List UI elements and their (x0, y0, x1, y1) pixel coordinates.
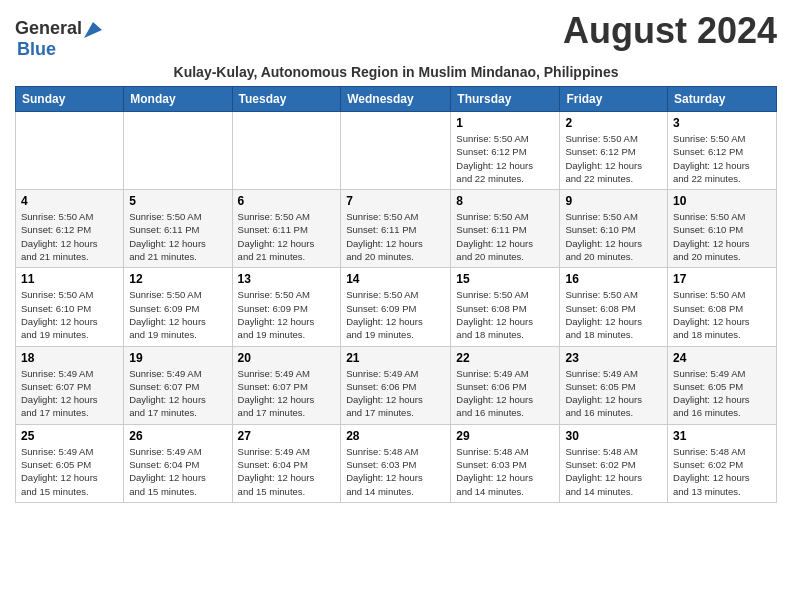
day-detail: Sunrise: 5:50 AM Sunset: 6:12 PM Dayligh… (565, 132, 662, 185)
day-cell: 6Sunrise: 5:50 AM Sunset: 6:11 PM Daylig… (232, 190, 341, 268)
day-detail: Sunrise: 5:50 AM Sunset: 6:12 PM Dayligh… (673, 132, 771, 185)
column-header-saturday: Saturday (668, 87, 777, 112)
day-detail: Sunrise: 5:50 AM Sunset: 6:10 PM Dayligh… (673, 210, 771, 263)
day-detail: Sunrise: 5:50 AM Sunset: 6:08 PM Dayligh… (565, 288, 662, 341)
day-number: 28 (346, 429, 445, 443)
day-cell: 24Sunrise: 5:49 AM Sunset: 6:05 PM Dayli… (668, 346, 777, 424)
day-number: 21 (346, 351, 445, 365)
column-header-thursday: Thursday (451, 87, 560, 112)
day-number: 5 (129, 194, 226, 208)
day-cell: 29Sunrise: 5:48 AM Sunset: 6:03 PM Dayli… (451, 424, 560, 502)
day-number: 19 (129, 351, 226, 365)
day-cell: 2Sunrise: 5:50 AM Sunset: 6:12 PM Daylig… (560, 112, 668, 190)
day-detail: Sunrise: 5:48 AM Sunset: 6:03 PM Dayligh… (456, 445, 554, 498)
day-cell (232, 112, 341, 190)
day-cell: 22Sunrise: 5:49 AM Sunset: 6:06 PM Dayli… (451, 346, 560, 424)
day-number: 26 (129, 429, 226, 443)
day-cell: 4Sunrise: 5:50 AM Sunset: 6:12 PM Daylig… (16, 190, 124, 268)
day-cell: 30Sunrise: 5:48 AM Sunset: 6:02 PM Dayli… (560, 424, 668, 502)
week-row-5: 25Sunrise: 5:49 AM Sunset: 6:05 PM Dayli… (16, 424, 777, 502)
day-number: 9 (565, 194, 662, 208)
week-row-1: 1Sunrise: 5:50 AM Sunset: 6:12 PM Daylig… (16, 112, 777, 190)
day-cell (124, 112, 232, 190)
day-cell: 26Sunrise: 5:49 AM Sunset: 6:04 PM Dayli… (124, 424, 232, 502)
day-number: 24 (673, 351, 771, 365)
day-cell: 21Sunrise: 5:49 AM Sunset: 6:06 PM Dayli… (341, 346, 451, 424)
day-cell: 13Sunrise: 5:50 AM Sunset: 6:09 PM Dayli… (232, 268, 341, 346)
day-cell (341, 112, 451, 190)
day-cell (16, 112, 124, 190)
day-number: 7 (346, 194, 445, 208)
day-cell: 8Sunrise: 5:50 AM Sunset: 6:11 PM Daylig… (451, 190, 560, 268)
day-number: 4 (21, 194, 118, 208)
subtitle: Kulay-Kulay, Autonomous Region in Muslim… (15, 64, 777, 80)
day-cell: 18Sunrise: 5:49 AM Sunset: 6:07 PM Dayli… (16, 346, 124, 424)
day-detail: Sunrise: 5:49 AM Sunset: 6:04 PM Dayligh… (129, 445, 226, 498)
week-row-4: 18Sunrise: 5:49 AM Sunset: 6:07 PM Dayli… (16, 346, 777, 424)
day-number: 2 (565, 116, 662, 130)
week-row-3: 11Sunrise: 5:50 AM Sunset: 6:10 PM Dayli… (16, 268, 777, 346)
day-cell: 3Sunrise: 5:50 AM Sunset: 6:12 PM Daylig… (668, 112, 777, 190)
day-detail: Sunrise: 5:48 AM Sunset: 6:02 PM Dayligh… (673, 445, 771, 498)
day-detail: Sunrise: 5:49 AM Sunset: 6:06 PM Dayligh… (456, 367, 554, 420)
day-cell: 19Sunrise: 5:49 AM Sunset: 6:07 PM Dayli… (124, 346, 232, 424)
day-detail: Sunrise: 5:49 AM Sunset: 6:07 PM Dayligh… (129, 367, 226, 420)
day-number: 20 (238, 351, 336, 365)
day-detail: Sunrise: 5:50 AM Sunset: 6:11 PM Dayligh… (346, 210, 445, 263)
day-number: 18 (21, 351, 118, 365)
day-detail: Sunrise: 5:49 AM Sunset: 6:05 PM Dayligh… (565, 367, 662, 420)
day-detail: Sunrise: 5:49 AM Sunset: 6:04 PM Dayligh… (238, 445, 336, 498)
day-number: 10 (673, 194, 771, 208)
day-detail: Sunrise: 5:49 AM Sunset: 6:05 PM Dayligh… (21, 445, 118, 498)
column-header-tuesday: Tuesday (232, 87, 341, 112)
logo-bird-icon (84, 22, 102, 38)
day-detail: Sunrise: 5:50 AM Sunset: 6:11 PM Dayligh… (456, 210, 554, 263)
day-cell: 1Sunrise: 5:50 AM Sunset: 6:12 PM Daylig… (451, 112, 560, 190)
day-cell: 20Sunrise: 5:49 AM Sunset: 6:07 PM Dayli… (232, 346, 341, 424)
logo-blue-text: Blue (17, 39, 56, 59)
day-detail: Sunrise: 5:50 AM Sunset: 6:11 PM Dayligh… (238, 210, 336, 263)
day-number: 1 (456, 116, 554, 130)
logo: General Blue (15, 18, 102, 60)
logo-general-text: General (15, 18, 82, 39)
day-number: 22 (456, 351, 554, 365)
day-number: 3 (673, 116, 771, 130)
day-number: 17 (673, 272, 771, 286)
day-cell: 12Sunrise: 5:50 AM Sunset: 6:09 PM Dayli… (124, 268, 232, 346)
day-detail: Sunrise: 5:49 AM Sunset: 6:06 PM Dayligh… (346, 367, 445, 420)
column-header-friday: Friday (560, 87, 668, 112)
day-detail: Sunrise: 5:50 AM Sunset: 6:10 PM Dayligh… (565, 210, 662, 263)
column-header-monday: Monday (124, 87, 232, 112)
day-cell: 15Sunrise: 5:50 AM Sunset: 6:08 PM Dayli… (451, 268, 560, 346)
day-cell: 28Sunrise: 5:48 AM Sunset: 6:03 PM Dayli… (341, 424, 451, 502)
day-detail: Sunrise: 5:50 AM Sunset: 6:12 PM Dayligh… (456, 132, 554, 185)
day-number: 16 (565, 272, 662, 286)
page-header: General Blue August 2024 (15, 10, 777, 60)
day-cell: 7Sunrise: 5:50 AM Sunset: 6:11 PM Daylig… (341, 190, 451, 268)
day-detail: Sunrise: 5:49 AM Sunset: 6:07 PM Dayligh… (21, 367, 118, 420)
day-number: 12 (129, 272, 226, 286)
day-detail: Sunrise: 5:50 AM Sunset: 6:09 PM Dayligh… (346, 288, 445, 341)
day-cell: 16Sunrise: 5:50 AM Sunset: 6:08 PM Dayli… (560, 268, 668, 346)
day-cell: 25Sunrise: 5:49 AM Sunset: 6:05 PM Dayli… (16, 424, 124, 502)
day-detail: Sunrise: 5:48 AM Sunset: 6:02 PM Dayligh… (565, 445, 662, 498)
day-cell: 10Sunrise: 5:50 AM Sunset: 6:10 PM Dayli… (668, 190, 777, 268)
column-header-sunday: Sunday (16, 87, 124, 112)
day-number: 30 (565, 429, 662, 443)
day-detail: Sunrise: 5:50 AM Sunset: 6:10 PM Dayligh… (21, 288, 118, 341)
day-cell: 11Sunrise: 5:50 AM Sunset: 6:10 PM Dayli… (16, 268, 124, 346)
day-number: 14 (346, 272, 445, 286)
day-detail: Sunrise: 5:50 AM Sunset: 6:09 PM Dayligh… (238, 288, 336, 341)
day-detail: Sunrise: 5:50 AM Sunset: 6:08 PM Dayligh… (456, 288, 554, 341)
day-number: 25 (21, 429, 118, 443)
day-detail: Sunrise: 5:48 AM Sunset: 6:03 PM Dayligh… (346, 445, 445, 498)
day-number: 6 (238, 194, 336, 208)
day-cell: 23Sunrise: 5:49 AM Sunset: 6:05 PM Dayli… (560, 346, 668, 424)
day-number: 29 (456, 429, 554, 443)
header-row: SundayMondayTuesdayWednesdayThursdayFrid… (16, 87, 777, 112)
day-number: 31 (673, 429, 771, 443)
day-detail: Sunrise: 5:50 AM Sunset: 6:12 PM Dayligh… (21, 210, 118, 263)
day-number: 8 (456, 194, 554, 208)
column-header-wednesday: Wednesday (341, 87, 451, 112)
month-title: August 2024 (563, 10, 777, 52)
